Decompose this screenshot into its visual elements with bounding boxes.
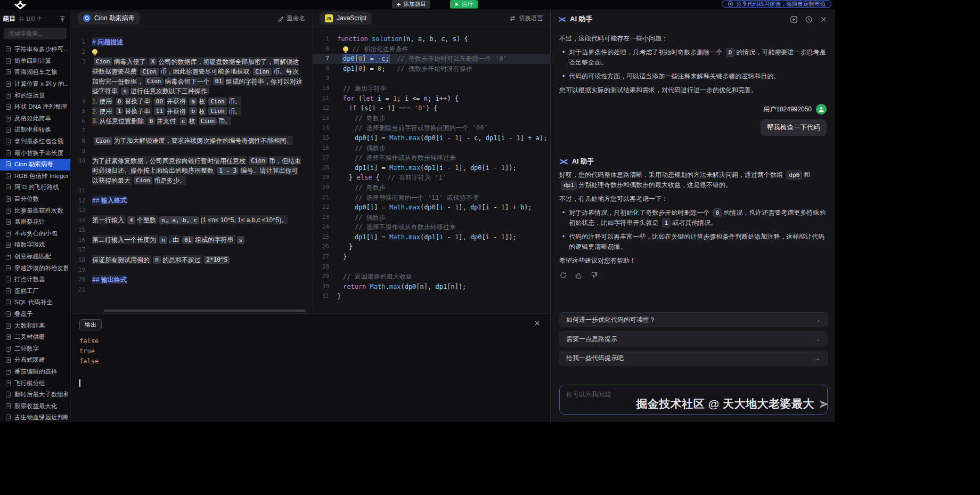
search-input[interactable] xyxy=(4,28,67,39)
line-number: 21 xyxy=(313,193,337,203)
sidebar-item[interactable]: 猜数字游戏 xyxy=(0,239,70,251)
code-token: ], xyxy=(459,204,470,211)
sidebar-item[interactable]: 暴雨梨花针 xyxy=(0,216,70,228)
markdown-text: 第二行输入一个长度为 n, 由 01组成的字符串 s xyxy=(92,235,312,245)
sidebar-item[interactable]: 和的逆运算 xyxy=(0,90,70,101)
sidebar-item-label: Cion 勒索病毒 xyxy=(14,160,53,168)
suggested-question[interactable]: 如何进一步优化代码的可读性？→ xyxy=(559,312,828,327)
code-token: ; xyxy=(386,55,389,62)
sidebar-item[interactable]: 计算位置 x 到 y 的... xyxy=(0,78,70,90)
ai-question-input[interactable] xyxy=(566,390,821,409)
code-token: [ xyxy=(436,164,439,172)
markdown-text xyxy=(92,225,312,235)
output-value: true xyxy=(79,346,542,356)
sidebar-item[interactable]: 青海湖租车之旅 xyxy=(0,67,70,78)
code-token: dp1 xyxy=(436,283,447,290)
suggested-questions: 如何进一步优化代码的可读性？→需要一点思路提示→给我一些代码提示吧→ xyxy=(559,312,828,370)
code-token: ++) { xyxy=(439,95,459,102)
code-token: dp1 xyxy=(424,233,436,241)
text-segment: 您可以根据实际的测试结果和需求，对代码进行进一步的优化和完善。 xyxy=(559,86,757,94)
sidebar-item[interactable]: 穿越沙漠的补给次数 xyxy=(0,262,70,274)
close-output-icon[interactable] xyxy=(534,320,541,327)
sidebar-item[interactable]: 阿 D 的飞行路线 xyxy=(0,182,70,193)
line-number: 22 xyxy=(313,202,337,213)
text-segment: 从任意位置删除 xyxy=(97,116,146,125)
history-icon[interactable] xyxy=(805,15,813,23)
sidebar-item[interactable]: 拿到最多红包金额 xyxy=(0,136,70,148)
language-tab[interactable]: JS JavaScript xyxy=(320,12,372,25)
sidebar-item[interactable]: SQL 代码补全 xyxy=(0,297,70,309)
sidebar-item[interactable]: 分布式团建 xyxy=(0,354,70,366)
rename-button[interactable]: 重命名 xyxy=(277,14,306,22)
sidebar-item[interactable]: 叠盘子 xyxy=(0,309,70,320)
code-token: // 偶数步 xyxy=(355,144,386,152)
code-token: [ xyxy=(436,204,439,211)
markdown-line: 63. 从任意位置删除 0并支付 c枚 Cion币。 xyxy=(71,116,312,126)
code-token: '0' xyxy=(414,104,426,112)
sidebar-item[interactable]: 比赛最高获胜次数 xyxy=(0,205,70,216)
file-icon xyxy=(6,184,11,190)
sidebar-item[interactable]: 二叉树供暖 xyxy=(0,331,70,343)
thumbs-down-icon[interactable] xyxy=(590,271,598,279)
collapse-sidebar-icon[interactable] xyxy=(59,15,66,23)
problem-tab[interactable]: Cion 勒索病毒 xyxy=(78,12,140,25)
suggested-question[interactable]: 需要一点思路提示→ xyxy=(559,331,828,346)
code-token: i xyxy=(501,134,505,142)
output-tab[interactable]: 输出 xyxy=(79,319,102,330)
sidebar-item[interactable]: 翻转后最大子数组和 xyxy=(0,389,70,401)
sidebar-item[interactable]: 简单四则计算 xyxy=(0,55,70,67)
screen: 添加题目 运行 分享代码练习体验，领限量定制周边 题目 共 100 个 字符串有… xyxy=(0,0,980,495)
suggested-question[interactable]: 给我一些代码提示吧→ xyxy=(559,351,828,366)
code-text: // 选择删除当前字符或替换前面的一个 '00' xyxy=(337,123,550,133)
sidebar-item[interactable]: 进制求和转换 xyxy=(0,124,70,136)
sidebar-item[interactable]: 最小替换子串长度 xyxy=(0,147,70,159)
markdown-text: Cion病毒入侵了 X公司的数据库，将硬盘数据全部加密了，而解锁这些数据需要花费… xyxy=(92,56,312,96)
code-token: ( xyxy=(355,95,362,102)
inline-code: Cion xyxy=(199,117,217,125)
sidebar-item[interactable]: 飞行棋分组 xyxy=(0,377,70,389)
ai-input-box[interactable] xyxy=(559,385,828,415)
sidebar-item[interactable]: 二分数字 xyxy=(0,343,70,354)
text-segment: ## 输入格式 xyxy=(92,196,127,205)
inline-code: n xyxy=(153,256,161,264)
sidebar-item[interactable]: 蛋糕工厂 xyxy=(0,285,70,297)
inline-code: 0 xyxy=(148,117,156,125)
run-button[interactable]: 运行 xyxy=(450,0,478,9)
sidebar-item[interactable]: 创意标题匹配 xyxy=(0,251,70,263)
sidebar-item[interactable]: 打点计数器 xyxy=(0,274,70,286)
sidebar-item[interactable]: 不再贪心的小包 xyxy=(0,228,70,240)
sidebar-item[interactable]: 字符串有多少种可... xyxy=(0,44,70,55)
line-number: 18 xyxy=(71,255,92,265)
problem-description-editor[interactable]: 1# 问题描述23Cion病毒入侵了 X公司的数据库，将硬盘数据全部加密了，而解… xyxy=(71,27,312,313)
line-number: 20 xyxy=(71,274,92,285)
add-problem-button[interactable]: 添加题目 xyxy=(392,0,430,9)
sidebar-item[interactable]: 环状 DNA 序列整理 xyxy=(0,101,70,113)
share-campaign-button[interactable]: 分享代码练习体验，领限量定制周边 xyxy=(722,0,831,8)
sidebar-item-label: 青海湖租车之旅 xyxy=(14,68,58,76)
sidebar-item[interactable]: 及格如此简单 xyxy=(0,113,70,125)
file-icon xyxy=(6,299,11,305)
code-editor[interactable]: 1function solution(n, a, b, c, s) {6// 初… xyxy=(313,27,550,313)
inline-code: Cion xyxy=(94,137,112,145)
sidebar-item[interactable]: 大数和距离 xyxy=(0,320,70,331)
switch-language-button[interactable]: 切换语言 xyxy=(509,14,543,22)
sidebar-item[interactable]: 番茄编辑的选择 xyxy=(0,366,70,378)
problem-list: 字符串有多少种可...简单四则计算青海湖租车之旅计算位置 x 到 y 的...和… xyxy=(0,44,70,422)
horizontal-scrollbar[interactable] xyxy=(104,310,306,312)
sidebar-item[interactable]: 古生物血缘远近判断 xyxy=(0,412,70,422)
file-icon xyxy=(6,81,11,87)
juejin-logo-icon[interactable] xyxy=(14,1,26,9)
file-icon xyxy=(6,231,11,237)
sidebar-item[interactable]: 股票收益最大化 xyxy=(0,400,70,412)
sidebar-item[interactable]: Cion 勒索病毒 xyxy=(0,159,70,171)
sidebar-item[interactable]: RGB 色值转 Integer xyxy=(0,171,70,182)
close-ai-icon[interactable] xyxy=(820,15,828,23)
code-token: [ xyxy=(436,134,439,142)
code-line: 11for (let i = 1; i <= n; i++) { xyxy=(313,94,550,104)
regenerate-icon[interactable] xyxy=(559,271,567,279)
thumbs-up-icon[interactable] xyxy=(575,271,583,279)
inline-code: 01 xyxy=(182,236,193,244)
markdown-text xyxy=(92,47,312,57)
new-chat-icon[interactable] xyxy=(790,15,798,23)
sidebar-item[interactable]: 百分位数 xyxy=(0,193,70,205)
